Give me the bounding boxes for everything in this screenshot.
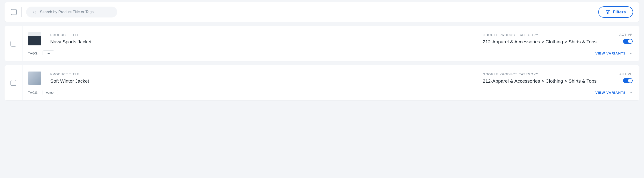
search-icon bbox=[32, 10, 36, 14]
tag-chip[interactable]: women bbox=[42, 90, 58, 95]
tag-chip[interactable]: men bbox=[42, 50, 54, 56]
view-variants-label: VIEW VARIANTS bbox=[595, 90, 626, 94]
chevron-down-icon bbox=[629, 91, 632, 94]
active-label: ACTIVE bbox=[620, 33, 632, 37]
active-label: ACTIVE bbox=[620, 72, 632, 76]
search-input[interactable] bbox=[40, 10, 111, 14]
product-thumbnail[interactable] bbox=[28, 72, 41, 85]
product-row: PRODUCT TITLE Soft Winter Jacket GOOGLE … bbox=[4, 65, 640, 100]
tags-label: TAGS: bbox=[28, 91, 38, 94]
product-row: PRODUCT TITLE Navy Sports Jacket GOOGLE … bbox=[4, 26, 640, 61]
cursor-icon bbox=[628, 39, 631, 44]
product-title: Navy Sports Jacket bbox=[50, 39, 146, 44]
select-all-checkbox[interactable] bbox=[11, 9, 17, 15]
gpc-label: GOOGLE PRODUCT CATEGORY bbox=[483, 33, 596, 37]
filters-button[interactable]: Filters bbox=[598, 6, 633, 18]
product-thumbnail[interactable] bbox=[28, 32, 41, 45]
row-checkbox[interactable] bbox=[10, 41, 16, 47]
gpc-label: GOOGLE PRODUCT CATEGORY bbox=[483, 73, 596, 76]
view-variants-label: VIEW VARIANTS bbox=[595, 51, 626, 55]
tags-label: TAGS: bbox=[28, 52, 38, 55]
svg-marker-2 bbox=[606, 10, 610, 13]
row-checkbox[interactable] bbox=[10, 80, 16, 86]
active-toggle[interactable] bbox=[623, 39, 632, 44]
chevron-down-icon bbox=[629, 52, 632, 55]
toolbar: Filters bbox=[4, 2, 640, 22]
svg-line-1 bbox=[35, 13, 36, 13]
view-variants-button[interactable]: VIEW VARIANTS bbox=[595, 90, 632, 94]
gpc-value: 212-Apparel & Accessories > Clothing > S… bbox=[483, 78, 596, 84]
view-variants-button[interactable]: VIEW VARIANTS bbox=[595, 51, 632, 55]
product-title: Soft Winter Jacket bbox=[50, 78, 146, 84]
gpc-value: 212-Apparel & Accessories > Clothing > S… bbox=[483, 39, 596, 44]
product-title-label: PRODUCT TITLE bbox=[50, 73, 146, 76]
search-field[interactable] bbox=[26, 6, 117, 17]
active-toggle[interactable] bbox=[623, 78, 632, 83]
filters-label: Filters bbox=[613, 9, 626, 14]
filter-icon bbox=[606, 10, 610, 14]
product-title-label: PRODUCT TITLE bbox=[50, 33, 146, 37]
